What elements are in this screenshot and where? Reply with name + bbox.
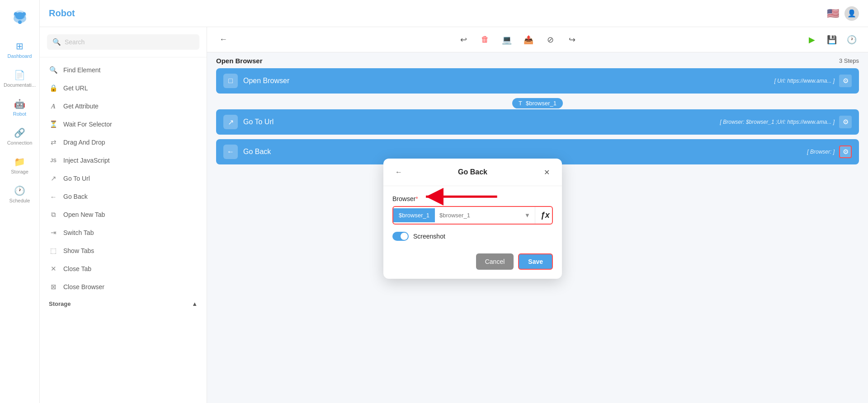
- user-avatar[interactable]: 👤: [844, 6, 859, 21]
- fx-button[interactable]: ƒx: [535, 207, 553, 224]
- flag-icon[interactable]: 🇺🇸: [827, 8, 839, 19]
- sidebar-item-go-to-url[interactable]: ↗ Go To Url: [40, 169, 207, 187]
- nav-item-dashboard[interactable]: ⊞ Dashboard: [0, 35, 39, 64]
- block-button[interactable]: ⊘: [543, 33, 557, 47]
- go-back-gear-icon[interactable]: ⚙: [839, 145, 852, 158]
- save-button[interactable]: 💾: [825, 33, 839, 47]
- storage-section[interactable]: Storage ▲: [40, 296, 207, 309]
- go-to-url-label: Go To Url: [243, 118, 720, 126]
- redo-button[interactable]: ↪: [565, 33, 579, 47]
- go-back-icon: ←: [49, 192, 58, 201]
- open-browser-meta: [ Url: https://www.ama... ]: [774, 78, 835, 84]
- sidebar-label-close-tab: Close Tab: [63, 265, 91, 272]
- connection-icon: 🔗: [14, 127, 25, 138]
- cancel-button[interactable]: Cancel: [476, 253, 514, 270]
- wait-for-selector-icon: ⏳: [49, 120, 58, 129]
- sidebar-label-close-browser: Close Browser: [63, 283, 104, 291]
- step-connector-1: T $browser_1: [216, 98, 859, 108]
- nav-label-robot: Robot: [13, 111, 26, 117]
- device-button[interactable]: 💻: [500, 33, 514, 47]
- storage-icon: 📁: [14, 156, 25, 167]
- play-button[interactable]: ▶: [805, 33, 819, 47]
- close-browser-icon: ⊠: [49, 282, 58, 291]
- open-browser-gear-icon[interactable]: ⚙: [839, 75, 852, 87]
- sidebar-list: 🔍 Find Element 🔒 Get URL A Get Attribute…: [40, 57, 207, 403]
- steps-badge: 3 Steps: [839, 57, 859, 64]
- connector-badge: T $browser_1: [512, 98, 563, 108]
- screenshot-toggle[interactable]: [392, 232, 409, 241]
- go-to-url-gear-icon[interactable]: ⚙: [839, 116, 852, 128]
- nav-item-robot[interactable]: 🤖 Robot: [0, 93, 39, 122]
- save-button[interactable]: Save: [518, 253, 553, 270]
- toolbar-right: ▶ 💾 🕐: [805, 33, 859, 47]
- get-url-icon: 🔒: [49, 84, 58, 93]
- sidebar: 🔍 🔍 Find Element 🔒 Get URL A Get Attribu…: [40, 27, 207, 403]
- top-header: Robot 🇺🇸 👤: [40, 0, 868, 27]
- toolbar-center: ↩ 🗑 💻 📤 ⊘ ↪: [456, 33, 579, 47]
- export-button[interactable]: 📤: [521, 33, 536, 47]
- close-tab-icon: ✕: [49, 264, 58, 273]
- sidebar-label-get-attribute: Get Attribute: [63, 103, 99, 110]
- dialog-close-button[interactable]: ✕: [540, 166, 553, 178]
- go-back-meta: [ Browser: ]: [807, 149, 835, 155]
- browser-input[interactable]: [435, 208, 520, 222]
- sidebar-label-show-tabs: Show Tabs: [63, 247, 94, 254]
- sidebar-label-go-back: Go Back: [63, 193, 88, 200]
- sidebar-label-open-new-tab: Open New Tab: [63, 211, 105, 218]
- app-logo[interactable]: [8, 5, 32, 28]
- sidebar-item-drag-and-drop[interactable]: ⇄ Drag And Drop: [40, 133, 207, 151]
- search-box[interactable]: 🔍: [47, 34, 199, 50]
- storage-section-label: Storage: [49, 300, 71, 307]
- sidebar-item-inject-js[interactable]: JS Inject JavaScript: [40, 151, 207, 169]
- back-button[interactable]: ←: [216, 33, 231, 47]
- nav-label-connection: Connection: [7, 140, 33, 145]
- nav-item-schedule[interactable]: 🕐 Schedule: [0, 180, 39, 209]
- svg-point-3: [14, 12, 18, 16]
- sidebar-label-inject-js: Inject JavaScript: [63, 157, 110, 164]
- open-browser-label: Open Browser: [243, 77, 774, 85]
- nav-item-documentation[interactable]: 📄 Documentati...: [0, 64, 39, 93]
- sidebar-label-get-url: Get URL: [63, 84, 88, 92]
- nav-item-storage[interactable]: 📁 Storage: [0, 151, 39, 180]
- sidebar-item-get-url[interactable]: 🔒 Get URL: [40, 79, 207, 97]
- dialog-back-button[interactable]: ←: [392, 166, 405, 178]
- history-button[interactable]: 🕐: [844, 33, 859, 47]
- browser-label: Browser*: [392, 195, 553, 202]
- undo-button[interactable]: ↩: [456, 33, 471, 47]
- sidebar-label-go-to-url: Go To Url: [63, 175, 90, 182]
- nav-label-dashboard: Dashboard: [8, 53, 32, 59]
- get-attribute-icon: A: [49, 102, 58, 111]
- nav-item-connection[interactable]: 🔗 Connection: [0, 122, 39, 151]
- sidebar-label-wait-for-selector: Wait For Selector: [63, 121, 112, 128]
- sidebar-header: 🔍: [40, 27, 207, 57]
- switch-tab-icon: ⇥: [49, 228, 58, 237]
- sidebar-item-go-back[interactable]: ← Go Back: [40, 187, 207, 206]
- sidebar-item-show-tabs[interactable]: ⬚ Show Tabs: [40, 242, 207, 260]
- sidebar-label-switch-tab: Switch Tab: [63, 229, 94, 236]
- dialog-header: ← Go Back ✕: [383, 159, 562, 186]
- dashboard-icon: ⊞: [16, 41, 24, 52]
- step-go-to-url[interactable]: ↗ Go To Url [ Browser: $browser_1 ;Url: …: [216, 109, 859, 135]
- sidebar-item-find-element[interactable]: 🔍 Find Element: [40, 61, 207, 79]
- sidebar-item-get-attribute[interactable]: A Get Attribute: [40, 97, 207, 115]
- open-new-tab-icon: ⧉: [49, 210, 58, 219]
- sidebar-item-wait-for-selector[interactable]: ⏳ Wait For Selector: [40, 115, 207, 133]
- canvas-area: ← ↩ 🗑 💻 📤 ⊘ ↪ ▶ 💾 🕐 Open Brows: [207, 27, 868, 403]
- delete-button[interactable]: 🗑: [478, 33, 492, 47]
- open-browser-icon: □: [223, 74, 238, 88]
- sidebar-item-close-browser[interactable]: ⊠ Close Browser: [40, 278, 207, 296]
- sidebar-item-open-new-tab[interactable]: ⧉ Open New Tab: [40, 206, 207, 224]
- step-open-browser[interactable]: □ Open Browser [ Url: https://www.ama...…: [216, 68, 859, 94]
- search-input[interactable]: [65, 38, 194, 46]
- required-asterisk: *: [415, 195, 418, 202]
- svg-point-5: [18, 20, 22, 24]
- storage-chevron-icon: ▲: [192, 300, 198, 307]
- sidebar-item-close-tab[interactable]: ✕ Close Tab: [40, 260, 207, 278]
- sidebar-item-switch-tab[interactable]: ⇥ Switch Tab: [40, 224, 207, 242]
- browser-input-row: $browser_1 ▼ ƒx: [392, 206, 553, 225]
- nav-label-documentation: Documentati...: [4, 82, 36, 88]
- go-back-label: Go Back: [243, 148, 807, 156]
- canvas-toolbar: ← ↩ 🗑 💻 📤 ⊘ ↪ ▶ 💾 🕐: [207, 27, 868, 52]
- browser-dropdown-icon[interactable]: ▼: [520, 208, 535, 222]
- canvas-content: □ Open Browser [ Url: https://www.ama...…: [207, 68, 868, 403]
